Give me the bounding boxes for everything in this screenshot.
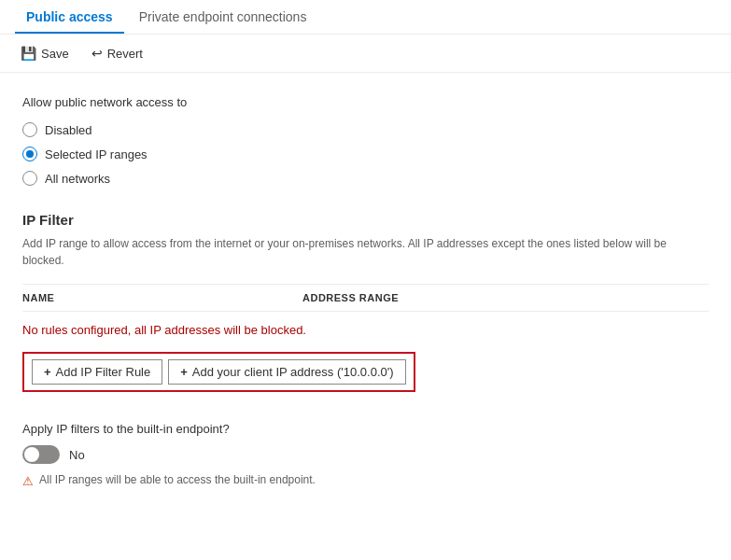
tab-public-access[interactable]: Public access: [15, 0, 124, 34]
toggle-row: No: [22, 445, 709, 464]
network-access-radio-group: Disabled Selected IP ranges All networks: [22, 122, 709, 186]
radio-disabled[interactable]: Disabled: [22, 122, 709, 137]
revert-label: Revert: [107, 47, 143, 61]
ip-filter-title: IP Filter: [22, 212, 709, 228]
no-rules-message: No rules configured, all IP addresses wi…: [22, 323, 709, 337]
add-client-ip-button[interactable]: + Add your client IP address ('10.0.0.0'…: [168, 359, 405, 385]
add-ip-filter-label: Add IP Filter Rule: [56, 365, 151, 379]
radio-disabled-label: Disabled: [45, 123, 92, 137]
builtin-endpoint-section: Apply IP filters to the built-in endpoin…: [22, 422, 709, 488]
tab-private-endpoint[interactable]: Private endpoint connections: [128, 0, 318, 34]
radio-selected-ip-ranges-label: Selected IP ranges: [45, 147, 148, 161]
warning-row: ⚠ All IP ranges will be able to access t…: [22, 473, 709, 488]
builtin-label: Apply IP filters to the built-in endpoin…: [22, 422, 709, 436]
radio-all-networks[interactable]: All networks: [22, 171, 709, 186]
toolbar: 💾 Save ↩ Revert: [0, 35, 731, 73]
add-ip-filter-rule-button[interactable]: + Add IP Filter Rule: [32, 359, 162, 385]
radio-selected-ip-ranges[interactable]: Selected IP ranges: [22, 147, 709, 161]
builtin-toggle[interactable]: [22, 445, 60, 464]
add-client-ip-label: Add your client IP address ('10.0.0.0'): [192, 365, 394, 379]
save-button[interactable]: 💾 Save: [15, 42, 75, 64]
revert-button[interactable]: ↩ Revert: [86, 42, 148, 64]
revert-icon: ↩: [91, 46, 103, 61]
warning-text: All IP ranges will be able to access the…: [39, 473, 316, 486]
tab-bar: Public access Private endpoint connectio…: [0, 0, 731, 35]
col-range-header: ADDRESS RANGE: [302, 292, 399, 303]
ip-filter-section: IP Filter Add IP range to allow access f…: [22, 212, 709, 418]
radio-selected-ip-ranges-circle: [22, 147, 37, 161]
access-description: Allow public network access to: [22, 95, 709, 109]
radio-disabled-circle: [22, 122, 37, 137]
main-content: Allow public network access to Disabled …: [0, 73, 731, 511]
table-header: NAME ADDRESS RANGE: [22, 284, 709, 312]
toggle-text: No: [69, 448, 85, 462]
save-icon: 💾: [21, 46, 36, 61]
ip-filter-description: Add IP range to allow access from the in…: [22, 235, 695, 269]
action-buttons-highlighted: + Add IP Filter Rule + Add your client I…: [22, 352, 415, 392]
save-label: Save: [41, 47, 69, 61]
radio-all-networks-label: All networks: [45, 172, 110, 186]
radio-all-networks-circle: [22, 171, 37, 186]
plus-icon-filter: +: [44, 365, 51, 379]
col-name-header: NAME: [22, 292, 302, 303]
warning-icon: ⚠: [22, 474, 34, 488]
plus-icon-client: +: [180, 365, 188, 379]
